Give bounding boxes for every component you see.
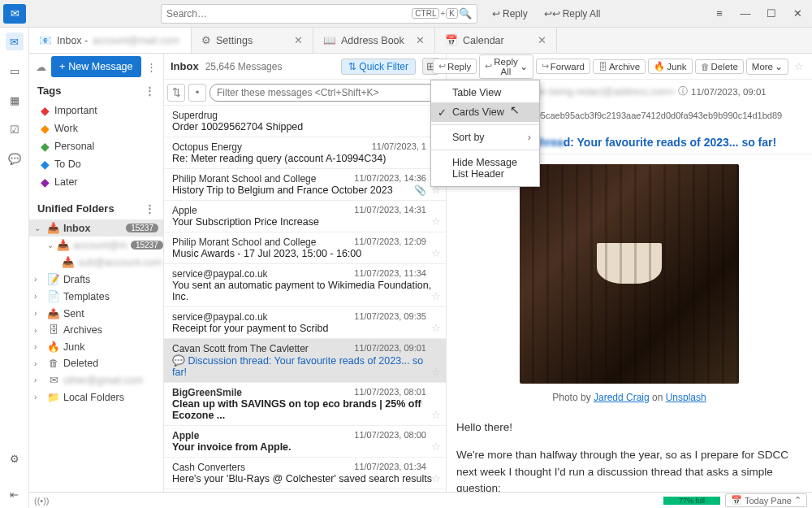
chevron-right-icon[interactable]: ›	[34, 275, 44, 284]
chevron-right-icon[interactable]: ›	[34, 359, 44, 368]
folder-sent[interactable]: ›📤Sent	[29, 305, 163, 322]
chevron-right-icon[interactable]: ›	[34, 393, 44, 402]
unread-filter-button[interactable]: •	[188, 84, 206, 102]
chat-rail-icon[interactable]: 💬	[6, 150, 24, 167]
chevron-right-icon[interactable]: ›	[34, 376, 44, 384]
search-input[interactable]	[166, 8, 411, 20]
thread-icon: 💬	[172, 355, 188, 367]
calendar-rail-icon[interactable]: ▦	[6, 91, 24, 109]
tag-item[interactable]: ◆Personal	[29, 137, 163, 155]
chevron-right-icon[interactable]: ›	[34, 326, 44, 335]
message-row[interactable]: Philip Morant School and College Music A…	[164, 232, 446, 264]
star-icon[interactable]: ☆	[431, 322, 441, 334]
message-row[interactable]: Superdrug Order 10029562704 Shipped ☆	[164, 106, 446, 137]
menu-icon[interactable]: ≡	[708, 4, 731, 24]
maximize-button[interactable]: ☐	[760, 4, 783, 24]
reply-button[interactable]: ↩Reply	[433, 59, 477, 74]
collapse-rail-icon[interactable]: ⇤	[6, 485, 24, 503]
close-icon[interactable]: ✕	[416, 34, 425, 46]
mail-rail-icon[interactable]: ✉	[6, 33, 24, 50]
more-button[interactable]: More ⌄	[746, 59, 788, 75]
close-icon[interactable]: ✕	[294, 34, 303, 46]
search-box[interactable]: CTRL + K 🔍	[161, 4, 477, 24]
tag-item[interactable]: ◆To Do	[29, 155, 163, 173]
chevron-down-icon[interactable]: ⌄	[34, 224, 44, 232]
message-row[interactable]: Octopus Energy Re: Meter reading query (…	[164, 137, 446, 169]
tab-calendar[interactable]: 📅 Calendar ✕	[435, 28, 557, 53]
message-date: 11/07/2023, 12:09	[354, 237, 426, 246]
tag-item[interactable]: ◆Important	[29, 102, 163, 119]
reply-icon: ↩	[438, 61, 446, 72]
quick-filter-button[interactable]: ⇅ Quick Filter	[341, 59, 416, 75]
new-message-button[interactable]: +New Message	[51, 56, 141, 77]
settings-rail-icon[interactable]: ⚙	[6, 449, 24, 467]
tag-item[interactable]: ◆Work	[29, 119, 163, 137]
star-icon[interactable]: ☆	[431, 409, 441, 421]
tab-addressbook[interactable]: 📖 Address Book ✕	[313, 28, 435, 53]
message-row[interactable]: Cash Converters Here's your 'Blu-Rays @ …	[164, 458, 446, 489]
message-row[interactable]: Cavan Scott from The Cavletter 💬 Discuss…	[164, 339, 446, 383]
close-button[interactable]: ✕	[786, 4, 809, 24]
minimize-button[interactable]: —	[734, 4, 757, 24]
message-row[interactable]: service@paypal.co.uk Receipt for your pa…	[164, 307, 446, 339]
archive-button[interactable]: 🗄Archive	[593, 59, 646, 74]
message-row[interactable]: BigGreenSmile Clean up with SAVINGS on t…	[164, 383, 446, 426]
tab-settings[interactable]: ⚙ Settings ✕	[192, 28, 313, 53]
star-icon[interactable]: ☆	[431, 366, 441, 378]
tag-item[interactable]: ◆Later	[29, 173, 163, 191]
folder-junk[interactable]: ›🔥Junk	[29, 338, 163, 355]
star-icon[interactable]: ☆	[431, 290, 441, 302]
more-icon[interactable]: ⋮	[145, 85, 155, 97]
message-row[interactable]: Apple Your invoice from Apple. 11/07/202…	[164, 426, 446, 458]
message-row[interactable]: Apple Your Subscription Price Increase 1…	[164, 201, 446, 232]
menu-table-view[interactable]: Table View	[431, 83, 539, 102]
photo-site-link[interactable]: Unsplash	[666, 392, 706, 403]
chevron-right-icon[interactable]: ›	[34, 292, 44, 301]
templates-icon: 📄	[47, 290, 60, 302]
star-icon[interactable]: ☆	[431, 247, 441, 259]
folder-account2[interactable]: ›✉other@gmail.com	[29, 371, 163, 389]
forward-button[interactable]: ↪Forward	[536, 59, 590, 74]
addressbook-rail-icon[interactable]: ▭	[6, 62, 24, 80]
folder-subaccount[interactable]: 📥sub@account.com	[29, 254, 163, 271]
delete-button[interactable]: 🗑Delete	[695, 59, 744, 74]
attachment-icon: 📎	[414, 185, 426, 196]
reply-button[interactable]: ↩Reply	[486, 6, 534, 22]
more-icon[interactable]: ⋮	[146, 61, 157, 73]
tasks-rail-icon[interactable]: ☑	[6, 120, 24, 138]
search-icon[interactable]: 🔍	[459, 7, 472, 20]
get-messages-icon[interactable]: ☁	[36, 61, 46, 73]
menu-sort-by[interactable]: Sort by›	[431, 128, 539, 147]
folder-templates[interactable]: ›📄Templates	[29, 288, 163, 305]
menu-hide-header[interactable]: Hide Message List Header	[431, 153, 539, 184]
menu-cards-view[interactable]: ✓Cards View	[431, 102, 539, 122]
filter-toggle-button[interactable]: ⇅	[167, 84, 185, 102]
star-icon[interactable]: ☆	[431, 215, 441, 228]
junk-button[interactable]: 🔥Junk	[648, 59, 692, 74]
folder-archives[interactable]: ›🗄Archives	[29, 322, 163, 338]
connection-icon[interactable]: ((•))	[34, 496, 50, 506]
message-row[interactable]: service@paypal.co.uk You sent an automat…	[164, 264, 446, 307]
tab-inbox[interactable]: 📧 Inbox - account@mail.com	[29, 28, 192, 53]
today-pane-button[interactable]: 📅Today Pane⌃	[725, 493, 807, 507]
folder-deleted[interactable]: ›🗑Deleted	[29, 355, 163, 371]
folder-drafts[interactable]: ›📝Drafts	[29, 271, 163, 288]
reply-all-button[interactable]: ↩Reply All ⌄	[479, 54, 533, 79]
folder-account[interactable]: ⌄📥account@m15237	[29, 237, 163, 254]
contact-icon[interactable]: ⓘ	[678, 85, 688, 98]
more-icon[interactable]: ⋮	[145, 202, 155, 215]
photo-author-link[interactable]: Jaredd Craig	[594, 392, 650, 403]
message-row[interactable]: Philip Morant School and College History…	[164, 169, 446, 201]
messages-container[interactable]: Superdrug Order 10029562704 Shipped ☆Oct…	[164, 106, 446, 492]
chevron-right-icon[interactable]: ›	[34, 342, 44, 351]
reply-all-button[interactable]: ↩↩Reply All	[538, 6, 607, 22]
folder-inbox[interactable]: ⌄📥Inbox15237	[29, 219, 163, 237]
folder-local[interactable]: ›📁Local Folders	[29, 389, 163, 406]
star-icon[interactable]: ☆	[431, 441, 441, 453]
chevron-right-icon[interactable]: ›	[34, 309, 44, 318]
filter-input[interactable]	[209, 84, 443, 102]
chevron-down-icon[interactable]: ⌄	[47, 241, 54, 250]
star-icon[interactable]: ☆	[431, 472, 441, 484]
star-icon[interactable]: ☆	[791, 60, 807, 72]
close-icon[interactable]: ✕	[538, 34, 546, 46]
